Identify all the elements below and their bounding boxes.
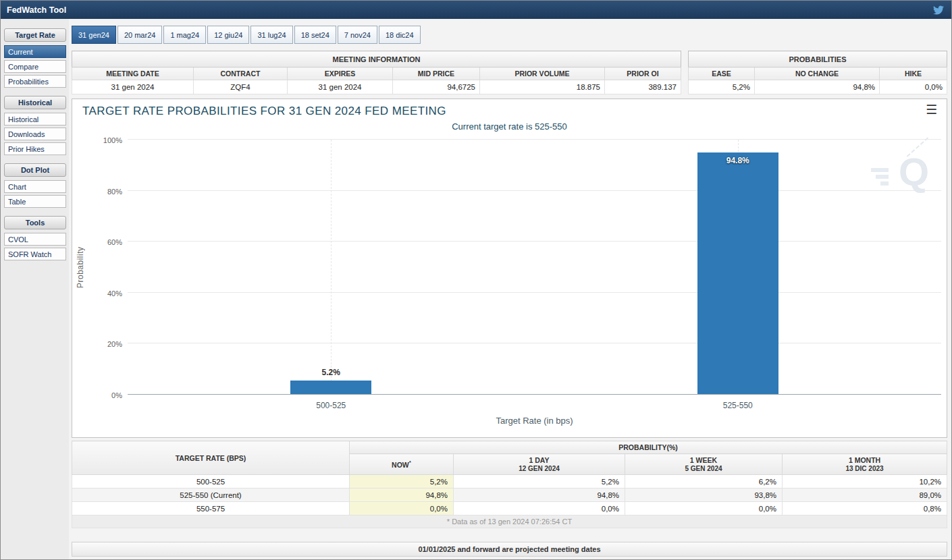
month-cell: 10,2% [783,475,947,488]
x-category-label: 525-550 [684,401,792,410]
col-probability-group: PROBABILITY(%) [350,441,947,454]
bar-label: 5.2% [290,368,371,377]
col-meeting-date: MEETING DATE [72,67,194,80]
probabilities-summary-table: PROBABILITIES EASE NO CHANGE HIKE 5,2% 9… [688,51,947,94]
col-mid-price: MID PRICE [393,67,480,80]
contract-value: ZQF4 [194,80,288,94]
target-rate-probability-chart: TARGET RATE PROBABILITIES FOR 31 GEN 202… [72,99,947,438]
probability-history-table: TARGET RATE (BPS) PROBABILITY(%) NOW* 1 … [72,441,947,528]
y-tick-label: 0% [92,391,122,399]
body-row: Target Rate Current Compare Probabilitie… [1,19,951,559]
y-tick-label: 60% [92,238,122,246]
y-tick-label: 20% [92,340,122,348]
hike-value: 0,0% [880,80,947,94]
x-axis-title: Target Rate (in bps) [128,416,941,426]
mid-price-value: 94,6725 [393,80,480,94]
prior-oi-value: 389.137 [605,80,681,94]
table-footnote-row: * Data as of 13 gen 2024 07:26:54 CT [72,515,947,528]
sidebar-item-probabilities[interactable]: Probabilities [4,75,66,88]
table-row: 550-575 0,0% 0,0% 0,0% 0,8% [72,502,947,515]
tab-18-set24[interactable]: 18 set24 [294,26,336,44]
col-1-month: 1 MONTH13 DIC 2023 [783,454,947,475]
day-cell: 94,8% [454,488,625,502]
sidebar-section-tools: Tools [4,216,66,229]
sidebar-section-dot-plot: Dot Plot [4,163,66,177]
tab-31-lug24[interactable]: 31 lug24 [250,26,292,44]
col-no-change: NO CHANGE [755,67,880,80]
twitter-icon[interactable] [932,3,945,17]
y-axis-title: Probability [75,140,86,395]
projected-dates-note: 01/01/2025 and forward are projected mee… [72,542,947,557]
sidebar-item-historical[interactable]: Historical [4,113,66,125]
tab-31-gen24[interactable]: 31 gen24 [72,26,116,44]
tab-7-nov24[interactable]: 7 nov24 [338,26,377,44]
fedwatch-app: FedWatch Tool Target Rate Current Compar… [0,0,952,560]
main-content: 31 gen24 20 mar24 1 mag24 12 giu24 31 lu… [69,19,951,559]
col-prior-oi: PRIOR OI [605,67,681,80]
col-expires: EXPIRES [288,67,393,80]
col-now: NOW* [350,454,454,475]
now-cell: 94,8% [350,488,454,502]
meeting-date-value: 31 gen 2024 [72,80,194,94]
month-cell: 0,8% [783,502,947,515]
col-target-rate-bps: TARGET RATE (BPS) [72,441,350,475]
sidebar-item-prior-hikes[interactable]: Prior Hikes [4,142,66,155]
chart-subtitle: Current target rate is 525-550 [72,121,947,132]
col-contract: CONTRACT [194,67,288,80]
x-axis-line [128,394,941,395]
sidebar-item-table[interactable]: Table [4,195,66,208]
ease-value: 5,2% [689,80,755,94]
now-cell: 0,0% [350,502,454,515]
rate-cell: 500-525 [72,475,350,488]
meeting-information-title: MEETING INFORMATION [72,51,681,67]
probabilities-title: PROBABILITIES [689,51,947,67]
meeting-date-tabs: 31 gen24 20 mar24 1 mag24 12 giu24 31 lu… [72,26,947,44]
twitter-bird-icon [933,5,944,16]
bar-label: 94.8% [697,156,778,165]
sidebar-section-historical: Historical [4,96,66,109]
y-tick-label: 80% [92,188,122,196]
title-bar: FedWatch Tool [1,1,951,19]
expires-value: 31 gen 2024 [288,80,393,94]
table-row: 500-525 5,2% 5,2% 6,2% 10,2% [72,475,947,488]
chart-title: TARGET RATE PROBABILITIES FOR 31 GEN 202… [82,105,446,118]
quikstrike-watermark: Q [867,146,932,203]
day-cell: 5,2% [454,475,625,488]
sidebar-item-cvol[interactable]: CVOL [4,233,66,246]
rate-cell: 550-575 [72,502,350,515]
sidebar-item-downloads[interactable]: Downloads [4,128,66,140]
week-cell: 0,0% [625,502,783,515]
col-1-week: 1 WEEK5 GEN 2024 [625,454,783,475]
sidebar: Target Rate Current Compare Probabilitie… [1,19,69,559]
chart-context-menu-icon[interactable]: ☰ [926,103,937,116]
table-row: 525-550 (Current) 94,8% 94,8% 93,8% 89,0… [72,488,947,502]
y-tick-label: 40% [92,289,122,298]
page-title: FedWatch Tool [7,5,66,15]
plot-area: Q 0% 20% 40% 60% 80% 100% Probability 5.… [128,140,941,395]
sidebar-item-chart[interactable]: Chart [4,180,66,193]
rate-cell: 525-550 (Current) [72,488,350,502]
day-cell: 0,0% [454,502,625,515]
col-1-day: 1 DAY12 GEN 2024 [454,454,625,475]
bar-500-525[interactable]: 5.2% [290,381,371,394]
x-category-label: 500-525 [277,401,385,410]
prior-volume-value: 18.875 [480,80,605,94]
sidebar-item-current[interactable]: Current [4,45,66,58]
tab-1-mag24[interactable]: 1 mag24 [163,26,206,44]
info-row: MEETING INFORMATION MEETING DATE CONTRAC… [72,51,947,94]
no-change-value: 94,8% [755,80,880,94]
tab-18-dic24[interactable]: 18 dic24 [379,26,421,44]
col-ease: EASE [689,67,755,80]
sidebar-item-compare[interactable]: Compare [4,60,66,73]
week-cell: 6,2% [625,475,783,488]
meeting-information-table: MEETING INFORMATION MEETING DATE CONTRAC… [72,51,681,94]
sidebar-section-target-rate: Target Rate [4,28,66,42]
week-cell: 93,8% [625,488,783,502]
now-cell: 5,2% [350,475,454,488]
col-hike: HIKE [880,67,947,80]
tab-20-mar24[interactable]: 20 mar24 [117,26,162,44]
data-as-of-note: * Data as of 13 gen 2024 07:26:54 CT [72,515,947,528]
sidebar-item-sofr-watch[interactable]: SOFR Watch [4,248,66,260]
tab-12-giu24[interactable]: 12 giu24 [207,26,249,44]
bar-525-550[interactable]: 94.8% [697,152,778,394]
